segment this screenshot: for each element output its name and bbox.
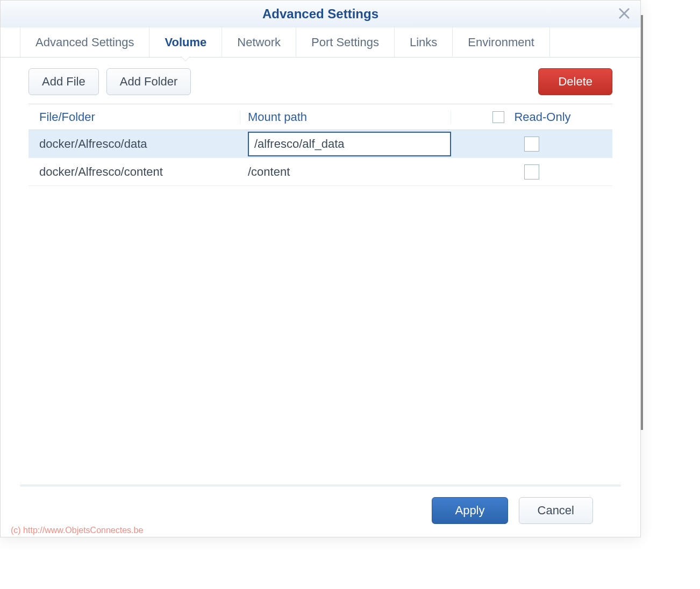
- tab-volume[interactable]: Volume: [149, 27, 222, 57]
- tab-network[interactable]: Network: [222, 27, 296, 57]
- cell-read-only: [451, 137, 612, 152]
- close-icon[interactable]: [617, 6, 632, 21]
- table-row[interactable]: docker/Alfresco/content /content: [28, 158, 612, 186]
- toolbar: Add File Add Folder Delete: [1, 58, 640, 100]
- tab-links[interactable]: Links: [394, 27, 452, 57]
- mount-path-input[interactable]: [248, 132, 451, 156]
- header-read-only-checkbox[interactable]: [492, 111, 504, 123]
- header-read-only: Read-Only: [451, 110, 612, 124]
- delete-button[interactable]: Delete: [538, 68, 612, 95]
- table-row[interactable]: docker/Alfresco/data: [28, 130, 612, 158]
- cell-read-only: [451, 164, 612, 179]
- dialog-title: Advanced Settings: [262, 6, 378, 21]
- add-file-button[interactable]: Add File: [28, 68, 99, 95]
- tabs-bar: Advanced Settings Volume Network Port Se…: [1, 27, 640, 58]
- header-file-folder[interactable]: File/Folder: [28, 110, 240, 124]
- table-header-row: File/Folder Mount path Read-Only: [28, 104, 612, 130]
- read-only-checkbox[interactable]: [524, 164, 539, 179]
- header-read-only-label: Read-Only: [514, 110, 570, 124]
- volume-table: File/Folder Mount path Read-Only docker/…: [28, 104, 612, 186]
- cell-file-folder: docker/Alfresco/content: [28, 165, 240, 179]
- tab-advanced-settings[interactable]: Advanced Settings: [20, 27, 149, 57]
- footer-divider: [20, 485, 621, 485]
- tab-port-settings[interactable]: Port Settings: [296, 27, 394, 57]
- tab-environment[interactable]: Environment: [452, 27, 550, 57]
- watermark-text: (c) http://www.ObjetsConnectes.be: [11, 526, 143, 535]
- cell-file-folder: docker/Alfresco/data: [28, 137, 240, 151]
- apply-button[interactable]: Apply: [432, 497, 508, 524]
- dialog-header: Advanced Settings: [1, 1, 640, 27]
- cancel-button[interactable]: Cancel: [519, 497, 593, 524]
- right-edge-scrollbar[interactable]: [641, 15, 643, 430]
- header-mount-path[interactable]: Mount path: [240, 110, 451, 124]
- read-only-checkbox[interactable]: [524, 137, 539, 152]
- advanced-settings-dialog: Advanced Settings Advanced Settings Volu…: [0, 0, 641, 537]
- add-folder-button[interactable]: Add Folder: [106, 68, 191, 95]
- cell-mount-path: [240, 132, 451, 156]
- cell-mount-path: /content: [240, 165, 451, 179]
